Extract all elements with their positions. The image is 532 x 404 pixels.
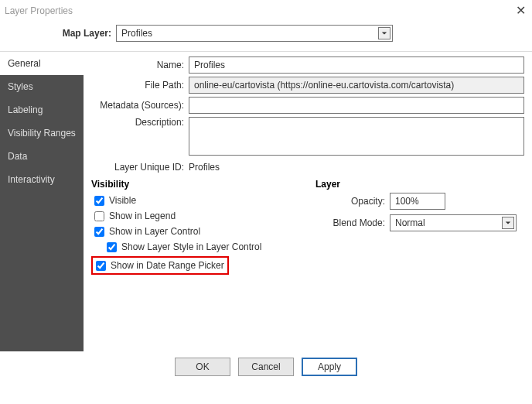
blend-mode-value: Normal	[395, 217, 425, 228]
checkbox-show-in-legend[interactable]: Show in Legend	[91, 208, 308, 224]
opacity-value: 100%	[395, 196, 419, 207]
checkbox-label: Show Layer Style in Layer Control	[121, 241, 261, 252]
tab-general[interactable]: General	[0, 52, 84, 75]
checkbox-input[interactable]	[94, 196, 104, 206]
apply-button[interactable]: Apply	[302, 358, 357, 376]
filepath-value: online-eu/cartovista (https://online-eu.…	[194, 80, 454, 91]
map-layer-value: Profiles	[121, 28, 152, 39]
blend-mode-label: Blend Mode:	[315, 217, 390, 228]
chevron-down-icon[interactable]	[502, 217, 514, 229]
checkbox-show-layer-style[interactable]: Show Layer Style in Layer Control	[91, 239, 308, 255]
checkbox-label: Show in Legend	[109, 211, 176, 221]
button-label: OK	[196, 361, 209, 372]
tab-label: Labeling	[8, 104, 43, 115]
name-input[interactable]: Profiles	[189, 56, 524, 74]
map-layer-label: Map Layer:	[8, 28, 116, 39]
checkbox-label: Visible	[109, 195, 136, 206]
tab-visibility-ranges[interactable]: Visibility Ranges	[0, 122, 84, 145]
cancel-button[interactable]: Cancel	[238, 358, 294, 376]
content-panel: Name: Profiles File Path: online-eu/cart…	[84, 52, 532, 351]
tab-label: Interactivity	[8, 174, 55, 185]
checkbox-show-in-date-range[interactable]: Show in Date Range Picker	[96, 260, 224, 271]
tab-data[interactable]: Data	[0, 145, 84, 168]
visibility-group-label: Visibility	[91, 179, 308, 190]
name-value: Profiles	[194, 60, 225, 70]
map-layer-row: Map Layer: Profiles	[0, 22, 532, 51]
checkbox-input[interactable]	[107, 242, 117, 252]
opacity-label: Opacity:	[315, 196, 390, 207]
filepath-label: File Path:	[91, 80, 189, 91]
button-label: Apply	[318, 361, 341, 372]
checkbox-show-in-layer-control[interactable]: Show in Layer Control	[91, 224, 308, 239]
map-layer-select[interactable]: Profiles	[116, 25, 393, 42]
tab-label: Styles	[8, 81, 33, 92]
ok-button[interactable]: OK	[175, 358, 230, 376]
close-icon[interactable]: ✕	[516, 5, 526, 17]
chevron-down-icon[interactable]	[378, 27, 390, 39]
tab-label: General	[8, 58, 41, 69]
uid-label: Layer Unique ID:	[91, 162, 189, 173]
opacity-input[interactable]: 100%	[390, 193, 445, 210]
tab-label: Visibility Ranges	[8, 128, 76, 139]
blend-mode-select[interactable]: Normal	[390, 214, 517, 231]
name-label: Name:	[91, 60, 189, 70]
highlighted-option: Show in Date Range Picker	[91, 256, 229, 275]
checkbox-input[interactable]	[96, 261, 106, 271]
window-title: Layer Properties	[5, 5, 73, 16]
dialog-footer: OK Cancel Apply	[0, 351, 532, 382]
titlebar: Layer Properties ✕	[0, 0, 532, 22]
sidebar: General Styles Labeling Visibility Range…	[0, 52, 84, 351]
description-label: Description:	[91, 117, 189, 128]
checkbox-input[interactable]	[94, 227, 104, 237]
metadata-input[interactable]	[189, 97, 524, 114]
checkbox-visible[interactable]: Visible	[91, 193, 308, 208]
filepath-input: online-eu/cartovista (https://online-eu.…	[189, 77, 524, 94]
metadata-label: Metadata (Sources):	[91, 100, 189, 111]
tab-label: Data	[8, 151, 27, 162]
button-label: Cancel	[251, 361, 280, 372]
checkbox-input[interactable]	[94, 211, 104, 221]
uid-value: Profiles	[189, 162, 220, 173]
tab-labeling[interactable]: Labeling	[0, 98, 84, 122]
description-input[interactable]	[189, 117, 524, 156]
tab-interactivity[interactable]: Interactivity	[0, 168, 84, 191]
tab-styles[interactable]: Styles	[0, 75, 84, 98]
layer-group-label: Layer	[315, 179, 524, 190]
checkbox-label: Show in Date Range Picker	[111, 260, 224, 271]
checkbox-label: Show in Layer Control	[109, 226, 200, 237]
